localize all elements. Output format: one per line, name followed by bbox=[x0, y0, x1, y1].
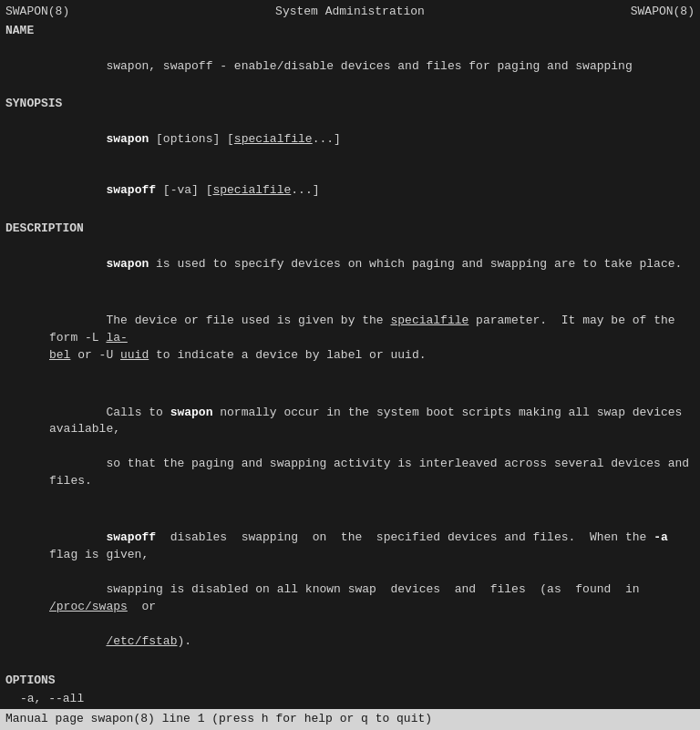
header-right: SWAPON(8) bbox=[631, 4, 695, 21]
synopsis-line2: swapoff [-va] [specialfile...] bbox=[5, 166, 695, 218]
synopsis-line1: swapon [options] [specialfile...] bbox=[5, 114, 695, 166]
options-title: OPTIONS bbox=[5, 673, 695, 690]
name-title: NAME bbox=[5, 23, 695, 40]
synopsis-section: SYNOPSIS swapon [options] [specialfile..… bbox=[5, 96, 695, 217]
description-section: DESCRIPTION swapon is used to specify de… bbox=[5, 221, 695, 667]
header-left: SWAPON(8) bbox=[5, 4, 69, 21]
synopsis-title: SYNOPSIS bbox=[5, 96, 695, 113]
description-title: DESCRIPTION bbox=[5, 221, 695, 238]
option-all-flag: -a, --all bbox=[5, 691, 695, 708]
name-content: swapon, swapoff - enable/disable devices… bbox=[5, 41, 695, 93]
man-page-header: SWAPON(8) System Administration SWAPON(8… bbox=[5, 4, 695, 21]
description-para2: The device or file used is given by the … bbox=[5, 296, 695, 382]
name-section: NAME swapon, swapoff - enable/disable de… bbox=[5, 23, 695, 92]
description-para4: swapoff disables swapping on the specifi… bbox=[5, 513, 695, 668]
description-para3: Calls to swapon normally occur in the sy… bbox=[5, 387, 695, 508]
header-center: System Administration bbox=[275, 4, 425, 21]
status-bar-text: Manual page swapon(8) line 1 (press h fo… bbox=[5, 712, 432, 725]
description-para1: swapon is used to specify devices on whi… bbox=[5, 239, 695, 291]
status-bar: Manual page swapon(8) line 1 (press h fo… bbox=[0, 709, 700, 730]
terminal-window: SWAPON(8) System Administration SWAPON(8… bbox=[0, 0, 700, 730]
